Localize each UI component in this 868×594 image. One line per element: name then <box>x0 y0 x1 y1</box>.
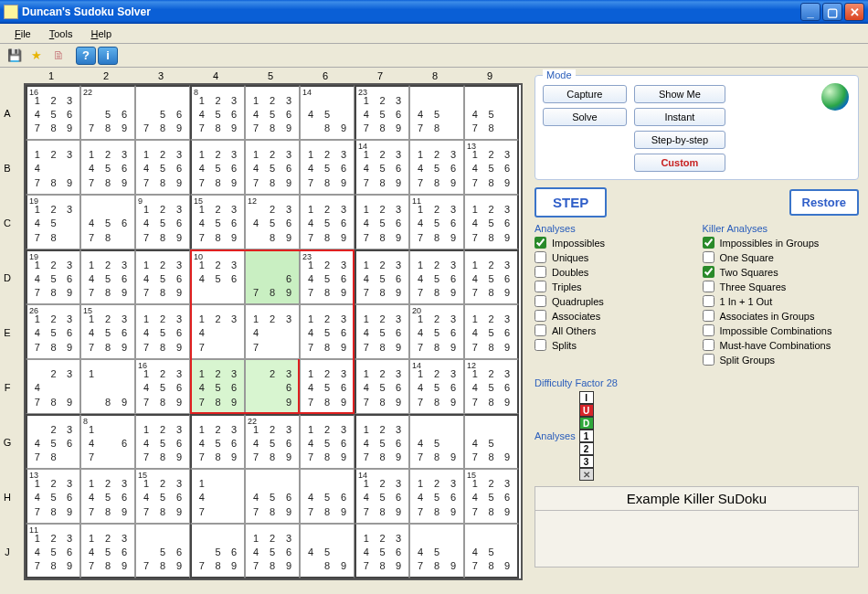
cell-F7[interactable]: 123456789 <box>355 359 409 414</box>
cell-B1[interactable]: 1234789 <box>26 140 80 195</box>
cell-E6[interactable]: 123456789 <box>300 304 355 359</box>
killer-analyses-checkbox[interactable] <box>703 237 715 249</box>
cell-F8[interactable]: 14123456789 <box>409 359 464 414</box>
analyses-item[interactable]: Uniques <box>535 251 692 263</box>
analyses-checkbox[interactable] <box>535 324 546 336</box>
analyses-item[interactable]: Triples <box>535 281 692 292</box>
cell-F9[interactable]: 12123456789 <box>464 359 519 414</box>
killer-analyses-item[interactable]: Impossible Combinations <box>703 324 860 336</box>
cell-D1[interactable]: 19123456789 <box>26 249 80 304</box>
cell-E5[interactable]: 12347 <box>245 304 300 359</box>
cell-H9[interactable]: 15123456789 <box>464 469 519 524</box>
cell-D9[interactable]: 123456789 <box>464 249 519 304</box>
show-me-button[interactable]: Show Me <box>634 85 725 103</box>
menu-tools[interactable]: Tools <box>49 28 73 39</box>
cell-J2[interactable]: 123456789 <box>80 524 135 578</box>
cell-D4[interactable]: 10123456 <box>190 249 245 304</box>
cell-D2[interactable]: 123456789 <box>80 249 135 304</box>
cell-J3[interactable]: 56789 <box>135 524 190 578</box>
analyses-checkbox[interactable] <box>535 281 546 292</box>
cell-E9[interactable]: 123456789 <box>464 304 519 359</box>
killer-analyses-item[interactable]: One Square <box>703 251 860 263</box>
cell-H8[interactable]: 123456789 <box>409 469 464 524</box>
cell-E2[interactable]: 15123456789 <box>80 304 135 359</box>
cell-D6[interactable]: 23123456789 <box>300 249 355 304</box>
close-button[interactable]: ✕ <box>844 3 864 21</box>
instant-button[interactable]: Instant <box>634 108 725 126</box>
cell-F6[interactable]: 123456789 <box>300 359 355 414</box>
analyses-checkbox[interactable] <box>535 237 546 249</box>
cell-G8[interactable]: 45789 <box>409 414 464 469</box>
menu-file[interactable]: File <box>15 28 31 39</box>
cell-B2[interactable]: 123456789 <box>80 140 135 195</box>
cell-G6[interactable]: 123456789 <box>300 414 355 469</box>
sudoku-grid[interactable]: 1612345678922567895678981234567891234567… <box>24 83 523 580</box>
menu-help[interactable]: Help <box>90 28 111 39</box>
killer-analyses-checkbox[interactable] <box>703 354 715 366</box>
cell-J5[interactable]: 123456789 <box>245 524 300 578</box>
cell-D3[interactable]: 123456789 <box>135 249 190 304</box>
cell-E3[interactable]: 123456789 <box>135 304 190 359</box>
cell-B3[interactable]: 123456789 <box>135 140 190 195</box>
custom-button[interactable]: Custom <box>634 154 725 172</box>
info-button[interactable]: i <box>98 47 118 65</box>
cell-G9[interactable]: 45789 <box>464 414 519 469</box>
cell-C5[interactable]: 122345689 <box>245 195 300 249</box>
cell-E7[interactable]: 123456789 <box>355 304 409 359</box>
cell-J6[interactable]: 4589 <box>300 524 355 578</box>
cell-H2[interactable]: 123456789 <box>80 469 135 524</box>
cell-D8[interactable]: 123456789 <box>409 249 464 304</box>
maximize-button[interactable]: ▢ <box>822 3 842 21</box>
cell-F4[interactable]: 123456789 <box>190 359 245 414</box>
cell-H6[interactable]: 456789 <box>300 469 355 524</box>
cell-G7[interactable]: 123456789 <box>355 414 409 469</box>
analyses-item[interactable]: All Others <box>535 324 692 336</box>
cell-A6[interactable]: 144589 <box>300 85 355 140</box>
cell-A9[interactable]: 4578 <box>464 85 519 140</box>
star-icon[interactable]: ★ <box>26 47 47 65</box>
cell-C7[interactable]: 123456789 <box>355 195 409 249</box>
analyses-checkbox[interactable] <box>535 295 546 307</box>
cell-B5[interactable]: 123456789 <box>245 140 300 195</box>
cell-F5[interactable]: 2369 <box>245 359 300 414</box>
globe-icon[interactable] <box>821 83 849 111</box>
killer-analyses-checkbox[interactable] <box>703 339 715 351</box>
killer-analyses-item[interactable]: 1 In + 1 Out <box>703 295 860 307</box>
killer-analyses-checkbox[interactable] <box>703 310 715 322</box>
cell-H5[interactable]: 456789 <box>245 469 300 524</box>
cell-E1[interactable]: 26123456789 <box>26 304 80 359</box>
killer-analyses-item[interactable]: Associates in Groups <box>703 310 860 322</box>
step-button[interactable]: STEP <box>535 187 607 217</box>
minimize-button[interactable]: _ <box>800 3 820 21</box>
capture-button[interactable]: Capture <box>543 85 627 103</box>
cell-J4[interactable]: 56789 <box>190 524 245 578</box>
killer-analyses-item[interactable]: Must-have Combinations <box>703 339 860 351</box>
cell-A4[interactable]: 8123456789 <box>190 85 245 140</box>
cell-C2[interactable]: 45678 <box>80 195 135 249</box>
cell-F3[interactable]: 16123456789 <box>135 359 190 414</box>
cell-H4[interactable]: 147 <box>190 469 245 524</box>
cell-C9[interactable]: 123456789 <box>464 195 519 249</box>
cell-E4[interactable]: 12347 <box>190 304 245 359</box>
killer-analyses-item[interactable]: Impossibles in Groups <box>703 237 860 249</box>
cell-G1[interactable]: 2345678 <box>26 414 80 469</box>
killer-analyses-checkbox[interactable] <box>703 266 715 278</box>
cell-A3[interactable]: 56789 <box>135 85 190 140</box>
killer-analyses-item[interactable]: Split Groups <box>703 354 860 366</box>
restore-button[interactable]: Restore <box>789 189 859 216</box>
cell-B8[interactable]: 123456789 <box>409 140 464 195</box>
step-by-step-button[interactable]: Step-by-step <box>634 131 725 149</box>
cell-C4[interactable]: 15123456789 <box>190 195 245 249</box>
analyses-item[interactable]: Splits <box>535 339 692 351</box>
cell-J7[interactable]: 123456789 <box>355 524 409 578</box>
help-button[interactable]: ? <box>76 47 96 65</box>
new-doc-icon[interactable]: 🗎 <box>48 47 69 65</box>
cell-F2[interactable]: 189 <box>80 359 135 414</box>
killer-analyses-item[interactable]: Three Squares <box>703 281 860 292</box>
cell-A7[interactable]: 23123456789 <box>355 85 409 140</box>
cell-C1[interactable]: 191234578 <box>26 195 80 249</box>
cell-B9[interactable]: 13123456789 <box>464 140 519 195</box>
killer-analyses-item[interactable]: Two Squares <box>703 266 860 278</box>
cell-A2[interactable]: 2256789 <box>80 85 135 140</box>
killer-analyses-checkbox[interactable] <box>703 324 715 336</box>
